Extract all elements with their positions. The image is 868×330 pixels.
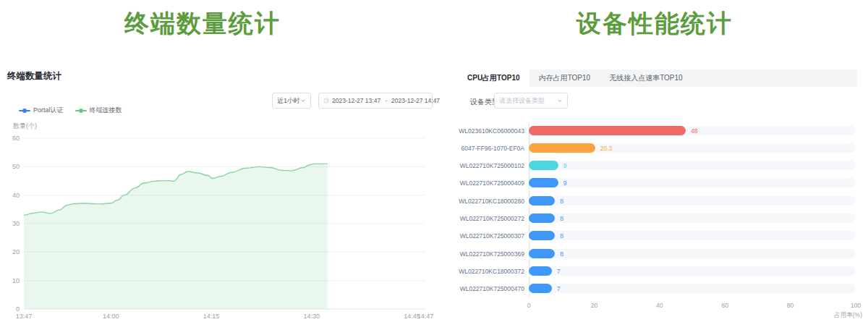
performance-tabs: CPU占用TOP10内存占用TOP10无线接入点速率TOP10 [458, 69, 857, 87]
bar-value-label: 20.3 [600, 145, 613, 152]
device-type-placeholder: 请选择设备类型 [499, 96, 545, 106]
usage-bar [529, 249, 555, 258]
bar-track [529, 196, 856, 206]
device-label: WL022710K725000102 [448, 162, 524, 169]
bar-value-label: 7 [557, 285, 561, 292]
date-range-start: 2023-12-27 13:47 [332, 97, 380, 104]
terminal-count-line-chart: 010203040506013:4714:0014:1514:3014:4514… [0, 130, 434, 330]
bar-value-label: 8 [560, 250, 563, 258]
legend-item[interactable]: Portal认证 [19, 106, 64, 115]
dashboard: 终端数量统计 终端数量统计 近1小时 2023-12-27 13:47 - 20… [0, 0, 868, 330]
y-tick-label: 50 [12, 163, 20, 170]
usage-bar [529, 161, 558, 170]
x-tick-label: 14:30 [303, 313, 320, 320]
y-tick-label: 60 [12, 135, 20, 142]
usage-bar [529, 231, 555, 240]
bar-track [529, 249, 856, 258]
time-range-value: 近1小时 [277, 96, 300, 106]
bar-value-label: 8 [560, 215, 563, 222]
right-panel-title: 设备性能统计 [448, 7, 861, 41]
x-tick-label: 60 [714, 302, 736, 309]
legend-item[interactable]: 终端连接数 [75, 106, 122, 115]
device-label: WL022710K725000470 [448, 285, 524, 292]
x-tick-label: 0 [518, 302, 540, 309]
device-label: WL022710KC18000280 [448, 198, 524, 205]
date-range-picker[interactable]: 2023-12-27 13:47 - 2023-12-27 14:47 [318, 93, 433, 109]
tab-2[interactable]: 无线接入点速率TOP10 [600, 69, 692, 87]
usage-bar [529, 178, 558, 187]
bar-track [529, 161, 856, 170]
legend-label: 终端连接数 [90, 106, 122, 115]
area-fill [24, 164, 328, 309]
legend-marker-icon [75, 110, 87, 111]
chevron-down-icon [557, 98, 563, 103]
clock-icon [323, 98, 329, 103]
left-panel-title: 终端数量统计 [0, 7, 405, 41]
usage-bar [529, 126, 686, 135]
x-tick-label: 100 [845, 302, 867, 309]
bar-track [529, 231, 856, 240]
x-tick-label: 40 [649, 302, 671, 309]
legend-label: Portal认证 [33, 106, 64, 115]
bar-value-label: 48 [691, 127, 697, 135]
bar-value-label: 8 [560, 198, 563, 205]
bar-value-label: 9 [563, 162, 567, 169]
legend-marker-icon [19, 110, 30, 111]
usage-bar [529, 284, 552, 293]
y-tick-label: 20 [12, 248, 20, 255]
y-tick-label: 40 [12, 192, 20, 199]
line-chart-legend: Portal认证终端连接数 [19, 106, 122, 115]
x-tick-label: 20 [583, 302, 605, 309]
device-label: WL022710K725000369 [448, 250, 524, 258]
date-range-separator: - [385, 97, 387, 104]
device-label: WL022710K725000272 [448, 215, 524, 222]
y-tick-label: 30 [12, 220, 20, 227]
bar-value-label: 9 [563, 179, 567, 187]
left-card-title: 终端数量统计 [7, 70, 61, 82]
bar-track [529, 284, 856, 293]
tab-1[interactable]: 内存占用TOP10 [529, 69, 600, 87]
usage-bar [529, 266, 552, 276]
device-label: 6047-FF96-1070-EF0A [448, 145, 524, 152]
device-label: WL023610KC06000043 [448, 127, 524, 135]
y-tick-label: 0 [16, 305, 20, 313]
bar-track [529, 178, 856, 187]
device-label: WL022710KC18000372 [448, 268, 524, 275]
chevron-down-icon [300, 98, 306, 103]
tab-0[interactable]: CPU占用TOP10 [458, 69, 529, 87]
time-range-select[interactable]: 近1小时 [272, 93, 311, 109]
usage-bar [529, 213, 555, 223]
usage-bar [529, 143, 595, 153]
bar-value-label: 8 [560, 232, 563, 240]
bar-value-label: 7 [557, 268, 561, 275]
x-tick-label: 14:00 [103, 313, 119, 320]
x-axis-label: 占用率(%) [816, 311, 862, 320]
x-tick-label: 80 [780, 302, 801, 309]
x-tick-label: 14:47 [417, 313, 434, 320]
device-type-select[interactable]: 请选择设备类型 [494, 93, 568, 109]
x-tick-label: 13:47 [16, 313, 33, 320]
usage-bar [529, 196, 555, 206]
bar-track [529, 213, 856, 223]
device-label: WL022710K725000409 [448, 179, 524, 187]
date-range-end: 2023-12-27 14:47 [391, 97, 440, 104]
x-tick-label: 14:15 [203, 313, 220, 320]
y-tick-label: 10 [12, 277, 20, 284]
bar-track [529, 266, 856, 276]
device-label: WL022710K725000307 [448, 232, 524, 240]
